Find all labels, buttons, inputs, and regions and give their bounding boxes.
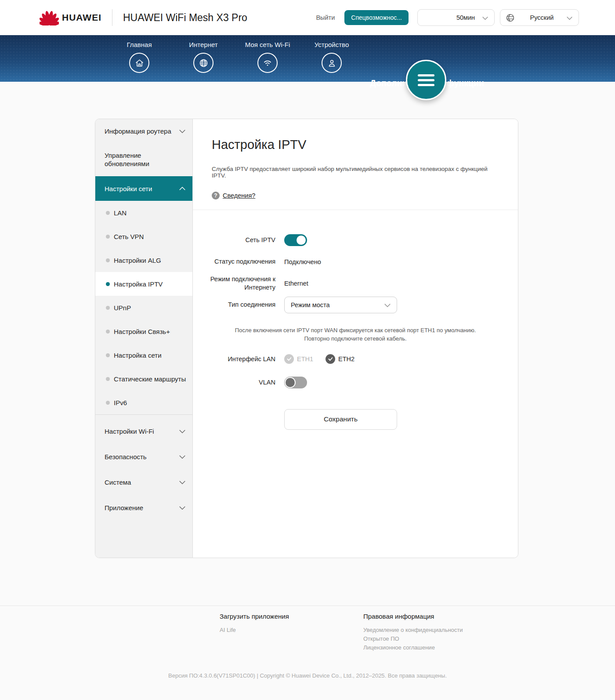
sidebar-subitem-static-routes[interactable]: Статические маршруты — [95, 367, 192, 391]
header-divider — [112, 9, 112, 26]
iptv-toggle-label: Сеть IPTV — [193, 236, 275, 244]
hamburger-icon — [418, 74, 434, 76]
chevron-down-icon — [384, 302, 391, 308]
chevron-up-icon — [179, 186, 186, 192]
footer-link-license[interactable]: Лицензионное соглашение — [363, 643, 463, 652]
chevron-down-icon — [179, 479, 186, 485]
sidebar-item-system[interactable]: Система — [95, 469, 192, 495]
home-icon — [129, 53, 149, 73]
menu-fab-button[interactable] — [406, 60, 446, 100]
page-footer: Загрузить приложения AI Life Правовая ин… — [0, 606, 615, 606]
bullet-dot-icon — [106, 401, 110, 405]
bullet-dot-icon — [106, 306, 110, 310]
connection-type-label: Тип соединения — [193, 301, 275, 309]
sidebar-item-network-settings[interactable]: Настройки сети — [95, 176, 192, 201]
sidebar-subitem-lan[interactable]: LAN — [95, 201, 192, 225]
chevron-down-icon — [482, 15, 488, 21]
language-globe-icon — [506, 13, 515, 22]
primary-nav: Главная Интернет Моя сеть Wi-Fi — [0, 35, 615, 82]
nav-item-wifi[interactable]: Моя сеть Wi-Fi — [235, 41, 300, 73]
save-button[interactable]: Сохранить — [284, 409, 397, 430]
mode-label: Режим подключения к Интернету — [193, 275, 275, 292]
sidebar-item-security[interactable]: Безопасность — [95, 444, 192, 469]
eth1-checkbox: ETH1 — [284, 354, 313, 364]
bullet-dot-icon — [106, 330, 110, 334]
sidebar-item-wifi-settings[interactable]: Настройки Wi-Fi — [95, 418, 192, 444]
section-title: Настройка IPTV — [212, 138, 496, 152]
status-label: Статус подключения — [193, 258, 275, 266]
bullet-dot-icon — [106, 377, 110, 381]
vlan-toggle[interactable] — [284, 377, 307, 388]
vlan-toggle-label: VLAN — [193, 378, 275, 387]
sidebar-item-router-info[interactable]: Информация роутера — [95, 119, 192, 143]
nav-item-internet[interactable]: Интернет — [171, 41, 235, 73]
footer-legal-heading: Правовая информация — [363, 613, 463, 620]
sidebar-subitem-link-plus[interactable]: Настройки Связь+ — [95, 319, 192, 343]
page-title: HUAWEI WiFi Mesh X3 Pro — [123, 12, 247, 24]
settings-sidebar: Информация роутера Управление обновления… — [95, 119, 193, 558]
sidebar-subitem-vpn[interactable]: Сеть VPN — [95, 225, 192, 248]
footer-link-ai-life[interactable]: AI Life — [220, 626, 289, 635]
iptv-toggle[interactable] — [284, 234, 307, 246]
sidebar-item-update-management[interactable]: Управление обновлениями — [95, 143, 192, 176]
session-timeout-value: 50мин — [456, 14, 475, 21]
logout-link[interactable]: Выйти — [316, 14, 335, 21]
language-select[interactable]: Русский — [500, 9, 579, 26]
session-timeout-select[interactable]: 50мин — [417, 9, 495, 26]
check-icon — [284, 354, 294, 364]
settings-card: Информация роутера Управление обновления… — [95, 119, 518, 558]
sidebar-subitem-ipv6[interactable]: IPv6 — [95, 391, 192, 414]
wifi-icon — [257, 53, 278, 73]
lan-interface-label: Интерфейс LAN — [193, 355, 275, 363]
chevron-down-icon — [179, 454, 186, 460]
sidebar-subitem-iptv[interactable]: Настройка IPTV — [95, 272, 192, 296]
bullet-dot-icon — [106, 353, 110, 357]
device-user-icon — [322, 53, 342, 73]
sidebar-subitem-alg[interactable]: Настройки ALG — [95, 248, 192, 272]
chevron-down-icon — [179, 428, 186, 434]
huawei-flower-icon — [40, 10, 59, 25]
bullet-dot-icon — [106, 211, 110, 215]
iptv-note: После включения сети IPTV порт WAN фикси… — [215, 326, 496, 343]
sidebar-subitem-upnp[interactable]: UPnP — [95, 296, 192, 319]
huawei-logo: HUAWEI — [40, 10, 101, 25]
bullet-dot-icon — [106, 235, 110, 239]
help-question-icon: ? — [212, 192, 220, 199]
chevron-down-icon — [179, 505, 186, 511]
status-value: Подключено — [284, 258, 321, 265]
bullet-dot-icon — [106, 258, 110, 262]
brand-name: HUAWEI — [62, 12, 101, 23]
connection-type-select[interactable]: Режим моста — [284, 297, 397, 313]
language-value: Русский — [515, 14, 569, 21]
sidebar-subitem-network-config[interactable]: Настройка сети — [95, 343, 192, 367]
eth2-checkbox[interactable]: ETH2 — [326, 354, 355, 364]
app-header: HUAWEI HUAWEI WiFi Mesh X3 Pro Выйти Спе… — [0, 0, 615, 35]
accessibility-button[interactable]: Спецвозможнос... — [344, 10, 409, 25]
footer-link-open-source[interactable]: Открытое ПО — [363, 635, 463, 643]
footer-link-privacy[interactable]: Уведомление о конфиденциальности — [363, 626, 463, 635]
bullet-dot-icon — [106, 282, 110, 286]
copyright-text: Версия ПО:4.3.0.6(V71SP01C00) | Copyrigh… — [0, 672, 615, 679]
chevron-down-icon — [566, 15, 573, 21]
section-description: Служба IPTV предоставляет широкий набор … — [212, 166, 496, 179]
iptv-settings-panel: Настройка IPTV Служба IPTV предоставляет… — [193, 119, 518, 558]
connection-type-value: Режим моста — [291, 301, 330, 308]
details-link[interactable]: Сведения? — [223, 192, 255, 199]
nav-item-home[interactable]: Главная — [107, 41, 171, 73]
check-icon — [326, 354, 335, 364]
internet-globe-icon — [193, 53, 213, 73]
mode-value: Ethernet — [284, 280, 308, 287]
nav-item-device[interactable]: Устройство — [300, 41, 364, 73]
sidebar-item-application[interactable]: Приложение — [95, 495, 192, 520]
footer-apps-heading: Загрузить приложения — [220, 613, 289, 620]
chevron-down-icon — [179, 128, 186, 134]
